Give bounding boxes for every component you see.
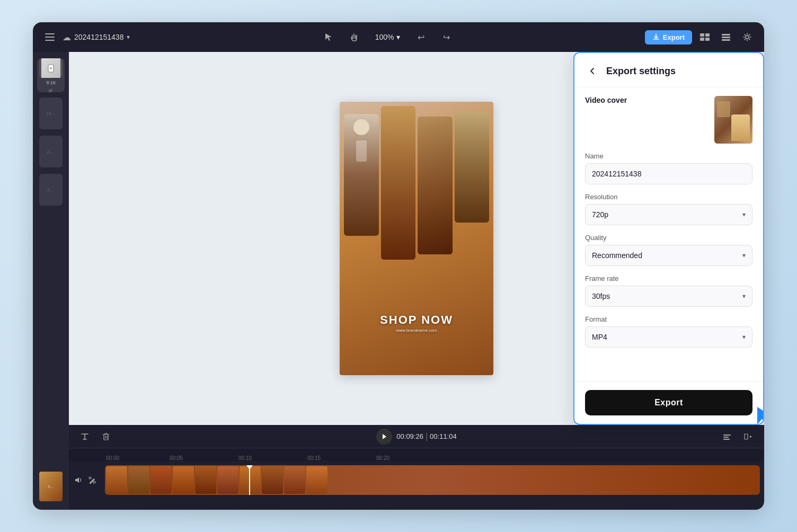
tick-2: 00:10 [238,455,252,461]
strip-4 [455,111,490,223]
svg-rect-16 [745,434,748,439]
clip-thumb-5 [195,466,216,494]
pointer-tool-button[interactable] [320,29,337,46]
svg-rect-3 [700,33,704,37]
timeline-right-btn-1[interactable] [720,429,734,444]
sidebar-item-3[interactable]: 0:... [37,173,65,207]
quality-chevron-icon: ▾ [742,252,746,259]
text-tool-button[interactable] [77,429,92,444]
strip-3 [418,117,453,254]
time-separator: | [426,432,428,441]
format-value: MP4 [592,333,607,341]
timeline-area: 00:09:26 | 00:11:04 [69,425,764,510]
strip-2 [381,106,416,260]
format-chevron-icon: ▾ [742,333,746,341]
timeline-toolbar: 00:09:26 | 00:11:04 [69,425,764,448]
timeline-right-btn-2[interactable] [741,429,756,444]
video-canvas: SHOP NOW www.brandname.com [340,102,493,375]
export-top-button[interactable]: Export [645,30,692,45]
layout-icon-button[interactable] [696,29,713,46]
svg-rect-1 [45,37,55,38]
svg-point-18 [93,481,95,483]
settings-icon-button[interactable] [739,29,756,46]
sidebar-item-4[interactable]: 3:... [37,469,65,503]
left-sidebar: 9:16 16:... p-... 0:... 3 [33,52,69,510]
menu-button[interactable] [41,29,58,46]
frame-rate-chevron-icon: ▾ [742,292,746,300]
canvas-main: SHOP NOW www.brandname.com Export sett [69,52,764,425]
clip-thumb-7 [240,466,261,494]
svg-rect-9 [722,39,730,41]
clip-thumb-8 [262,466,283,494]
video-cover-thumbnail [714,96,752,144]
quality-value: Recommended [592,251,642,260]
shop-now-text: SHOP NOW [340,313,493,327]
cloud-icon: ☁ [63,32,71,42]
track-row [69,461,764,499]
zoom-selector[interactable]: 100% ▾ [371,31,404,43]
sidebar-item-0[interactable]: 9:16 [37,58,65,92]
playhead-marker [246,465,253,469]
sidebar-item-2[interactable]: p-... [37,135,65,169]
strip-1 [344,114,379,236]
frame-rate-value: 30fps [592,292,610,300]
frame-rate-select[interactable]: 30fps ▾ [585,286,752,307]
svg-point-12 [50,67,52,69]
time-display-area: 00:09:26 | 00:11:04 [396,432,456,441]
volume-button[interactable] [71,473,86,487]
project-dropdown-icon: ▾ [127,33,130,41]
export-panel-button[interactable]: Export [585,390,752,415]
quality-label: Quality [585,234,752,242]
tick-4: 00:20 [376,455,389,461]
cursor-arrow [755,404,764,425]
panel-footer: Export [574,381,763,424]
svg-rect-4 [705,33,710,37]
play-button[interactable] [376,429,392,445]
export-top-label: Export [663,33,685,41]
project-name: 202412151438 [74,33,123,41]
redo-button[interactable]: ↪ [438,29,455,46]
topbar-center: 100% ▾ ↩ ↪ [136,29,638,46]
clip-thumbnails [105,465,329,495]
hand-tool-button[interactable] [346,29,362,46]
sidebar-thumb-4: 3:... [39,472,63,501]
svg-rect-2 [45,40,55,41]
panel-header: Export settings [574,53,763,87]
timeline-track-area: 00:00 00:05 00:10 00:15 00:20 [69,448,764,510]
resolution-select[interactable]: 720p ▾ [585,204,752,225]
clip-thumb-4 [173,466,194,494]
svg-rect-6 [705,38,710,41]
name-field-group: Name [585,152,752,184]
export-panel: Export settings Video cover [573,52,764,425]
project-name-area[interactable]: ☁ 202412151438 ▾ [63,32,130,42]
name-input[interactable] [585,163,752,184]
sidebar-label-2: p-... [47,149,55,154]
sidebar-thumb-1: 16:... [39,97,63,129]
svg-rect-5 [700,38,704,41]
sidebar-thumb-3: 0:... [39,174,63,206]
topbar: ☁ 202412151438 ▾ 100% ▾ ↩ [33,22,764,52]
collage-container: SHOP NOW www.brandname.com [340,102,493,375]
back-button[interactable] [585,64,600,78]
svg-point-10 [746,36,749,39]
main-area: 9:16 16:... p-... 0:... 3 [33,52,764,510]
sidebar-item-1[interactable]: 16:... [37,96,65,130]
quality-select[interactable]: Recommended ▾ [585,245,752,266]
sidebar-thumb-0 [39,58,63,78]
frame-rate-field-group: Frame rate 30fps ▾ [585,274,752,307]
undo-button[interactable]: ↩ [413,29,430,46]
quality-field-group: Quality Recommended ▾ [585,234,752,266]
clip-edit-button[interactable] [85,473,100,487]
delete-button[interactable] [99,429,113,444]
format-select[interactable]: MP4 ▾ [585,326,752,348]
tick-1: 00:05 [170,455,183,461]
playback-controls: 00:09:26 | 00:11:04 [120,429,713,445]
video-track[interactable] [105,465,760,495]
svg-rect-8 [722,37,730,38]
zoom-dropdown-icon: ▾ [396,33,400,41]
panel-body: Video cover Name [574,87,763,381]
panels-icon-button[interactable] [718,29,734,46]
timeline-ruler: 00:00 00:05 00:10 00:15 00:20 [69,448,764,461]
tick-0: 00:00 [106,455,119,461]
svg-rect-14 [723,437,729,438]
